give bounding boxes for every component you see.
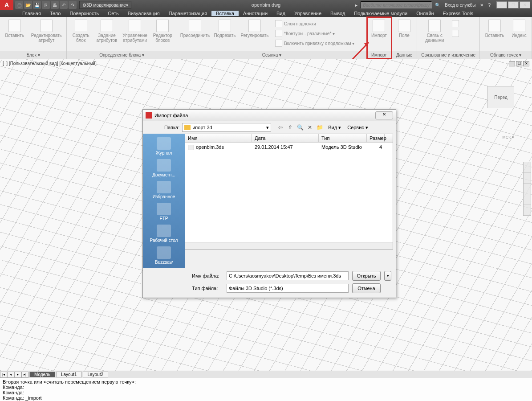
filename-input[interactable]: C:\Users\aosmyakov\Desktop\Temp\Без имен… bbox=[227, 271, 349, 280]
tab-last-icon[interactable]: ▸| bbox=[21, 372, 28, 378]
panel-title[interactable]: Данные bbox=[392, 51, 417, 59]
viewport-label[interactable]: [–] [Пользовательский вид] [Концептуальн… bbox=[3, 61, 97, 66]
manage-attrs-button[interactable]: Управление атрибутами bbox=[121, 19, 150, 44]
tab-тело[interactable]: Тело bbox=[45, 11, 65, 16]
tab-поверхность[interactable]: Поверхность bbox=[65, 11, 103, 16]
nav-wheel-icon[interactable] bbox=[524, 162, 531, 173]
panel-title[interactable]: Ссылка ▾ bbox=[177, 51, 366, 59]
viewcube[interactable]: Перед bbox=[487, 86, 514, 108]
snap-underlay-button[interactable]: Включить привязку к подложкам ▾ bbox=[274, 38, 355, 48]
tab-подключаемые модули[interactable]: Подключаемые модули bbox=[349, 11, 412, 16]
tab-вид[interactable]: Вид bbox=[272, 11, 290, 16]
qat-save-icon[interactable]: 💾 bbox=[33, 1, 41, 9]
tab-онлайн[interactable]: Онлайн bbox=[412, 11, 438, 16]
open-button[interactable]: Открыть bbox=[352, 271, 381, 281]
adjust-button[interactable]: Регулировать bbox=[239, 19, 271, 39]
tab-next-icon[interactable]: ▸ bbox=[14, 372, 21, 378]
delete-icon[interactable]: ✕ bbox=[306, 123, 314, 131]
tab-аннотации[interactable]: Аннотации bbox=[239, 11, 272, 16]
panel-title[interactable]: Импорт bbox=[367, 51, 391, 59]
back-icon[interactable]: ⇦ bbox=[276, 123, 284, 131]
extract-button[interactable] bbox=[451, 19, 462, 29]
place-ftp[interactable]: FTP bbox=[146, 202, 182, 222]
nav-zoom-icon[interactable] bbox=[524, 184, 531, 194]
layout-tab-layout1[interactable]: Layout1 bbox=[56, 372, 82, 377]
define-attrs-button[interactable]: Задание атрибутов bbox=[94, 19, 119, 44]
place-buzzsaw[interactable]: Buzzsaw bbox=[146, 246, 182, 266]
tab-вставка[interactable]: Вставка bbox=[211, 11, 239, 16]
up-icon[interactable]: ⇧ bbox=[286, 123, 294, 131]
pc-insert-button[interactable]: Вставить bbox=[482, 19, 508, 39]
clip-button[interactable]: Подрезать bbox=[212, 19, 238, 39]
tab-главная[interactable]: Главная bbox=[18, 11, 45, 16]
qat-redo-icon[interactable]: ↷ bbox=[69, 1, 77, 9]
tab-prev-icon[interactable]: ◂ bbox=[7, 372, 14, 378]
view-dropdown[interactable]: Вид ▾ bbox=[326, 125, 343, 131]
panel-title[interactable]: Облако точек ▾ bbox=[480, 51, 532, 59]
open-dropdown-button[interactable]: ▾ bbox=[384, 271, 391, 281]
tab-express tools[interactable]: Express Tools bbox=[439, 11, 478, 16]
insert-block-button[interactable]: Вставить bbox=[2, 19, 28, 39]
dialog-titlebar[interactable]: Импорт файла ✕ bbox=[143, 110, 396, 121]
horizontal-scrollbar[interactable] bbox=[185, 242, 393, 249]
search-arrow-icon[interactable]: ▸ bbox=[354, 3, 359, 8]
qat-saveas-icon[interactable]: ⎘ bbox=[42, 1, 50, 9]
panel-title[interactable]: Определение блока ▾ bbox=[67, 51, 177, 59]
panel-title[interactable]: Блок ▾ bbox=[0, 51, 66, 59]
update-button[interactable] bbox=[451, 29, 462, 38]
qat-open-icon[interactable]: 📂 bbox=[24, 1, 32, 9]
help-icon[interactable]: ? bbox=[487, 3, 492, 8]
qat-undo-icon[interactable]: ↶ bbox=[60, 1, 68, 9]
layout-tab-модель[interactable]: Модель bbox=[29, 372, 55, 377]
workspace-dropdown[interactable]: ⚙ 3D моделирование ▾ bbox=[79, 1, 131, 9]
field-button[interactable]: Поле bbox=[394, 19, 415, 39]
search-input[interactable] bbox=[361, 1, 432, 8]
pc-index-button[interactable]: Индекс bbox=[508, 19, 530, 39]
place-документ...[interactable]: Документ... bbox=[146, 158, 182, 178]
qat-print-icon[interactable]: 🖶 bbox=[51, 1, 59, 9]
exchange-icon[interactable]: ✕ bbox=[479, 3, 485, 8]
edit-attribute-button[interactable]: Редактировать атрибут bbox=[28, 19, 65, 44]
tab-параметризация[interactable]: Параметризация bbox=[164, 11, 211, 16]
tools-dropdown[interactable]: Сервис ▾ bbox=[345, 125, 370, 131]
frames-button[interactable]: *Контуры - различные* ▾ bbox=[274, 29, 355, 38]
underlay-layers-button[interactable]: Слои подложки bbox=[274, 19, 355, 29]
nav-pan-icon[interactable] bbox=[524, 173, 531, 184]
search-tb-icon[interactable]: 🔍 bbox=[296, 123, 304, 131]
block-editor-button[interactable]: Редактор блоков bbox=[150, 19, 175, 44]
minimize-button[interactable]: — bbox=[496, 1, 507, 8]
import-button[interactable]: Импорт bbox=[369, 19, 390, 39]
tab-вывод[interactable]: Вывод bbox=[326, 11, 349, 16]
col-size[interactable]: Размер bbox=[367, 134, 385, 142]
cancel-button[interactable]: Отмена bbox=[352, 283, 381, 293]
qat-new-icon[interactable]: ▢ bbox=[15, 1, 23, 9]
place-рабочий стол[interactable]: Рабочий стол bbox=[146, 224, 182, 244]
dialog-close-button[interactable]: ✕ bbox=[375, 111, 393, 119]
folder-dropdown[interactable]: ипорт 3d▾ bbox=[182, 123, 271, 132]
nav-showmotion-icon[interactable] bbox=[524, 205, 531, 216]
col-type[interactable]: Тип bbox=[319, 134, 367, 142]
col-date[interactable]: Дата bbox=[252, 134, 319, 142]
attach-button[interactable]: Присоединить bbox=[179, 19, 211, 39]
nav-orbit-icon[interactable] bbox=[524, 194, 531, 205]
signin-link[interactable]: Вход в службы bbox=[443, 3, 477, 8]
search-icon[interactable]: 🔍 bbox=[434, 3, 442, 8]
place-журнал[interactable]: Журнал bbox=[146, 136, 182, 156]
vp-maximize-icon[interactable]: ☐ bbox=[516, 61, 522, 66]
tab-визуализация[interactable]: Визуализация bbox=[123, 11, 164, 16]
col-name[interactable]: Имя bbox=[185, 134, 252, 142]
datalink-button[interactable]: Связь с данными bbox=[419, 19, 450, 44]
app-logo[interactable]: A bbox=[0, 0, 13, 10]
file-row[interactable]: openbim.3ds29.01.2014 15:47Модель 3D Stu… bbox=[185, 143, 393, 152]
command-window[interactable]: Вторая точка или <считать перемещением п… bbox=[0, 378, 532, 401]
vp-minimize-icon[interactable]: — bbox=[509, 61, 515, 66]
create-block-button[interactable]: Создать блок bbox=[69, 19, 93, 44]
place-избранное[interactable]: Избранное bbox=[146, 180, 182, 200]
panel-title[interactable]: Связывание и извлечение bbox=[417, 51, 479, 59]
filetype-dropdown[interactable]: Файлы 3D Studio (*.3ds) bbox=[227, 284, 349, 293]
tab-first-icon[interactable]: |◂ bbox=[0, 372, 7, 378]
newfolder-icon[interactable]: 📁 bbox=[316, 123, 324, 131]
wcs-label[interactable]: МСК ▾ bbox=[502, 135, 514, 139]
vp-close-icon[interactable]: ✕ bbox=[523, 61, 529, 66]
close-button[interactable]: ✕ bbox=[520, 1, 530, 8]
